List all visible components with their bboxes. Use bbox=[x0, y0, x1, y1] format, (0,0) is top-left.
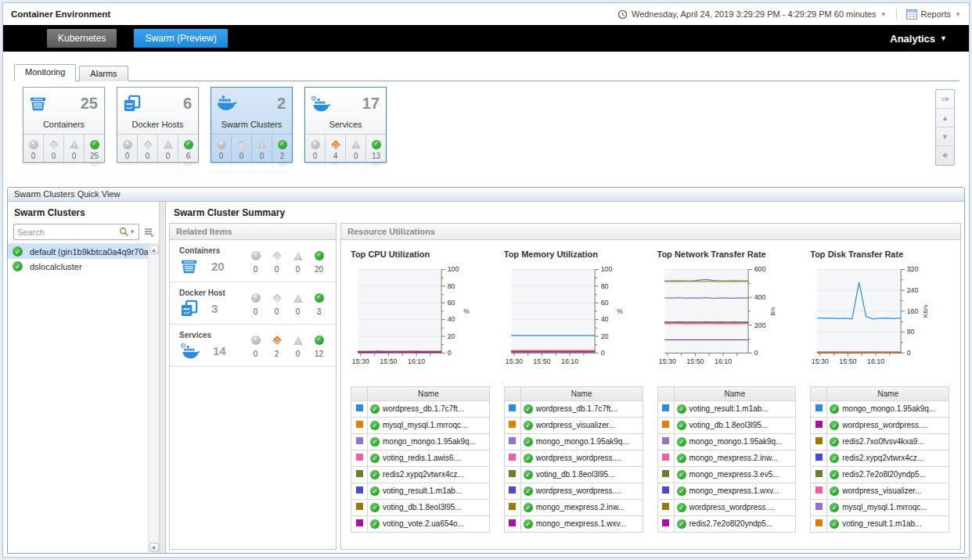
normal-status-icon: ✓ bbox=[524, 404, 533, 414]
status-count: 0 bbox=[252, 152, 272, 160]
search-input[interactable] bbox=[17, 228, 119, 237]
list-item-default-gin[interactable]: ✓default (gin1b9kbtca0a4q9r70ay bbox=[8, 244, 148, 259]
warning-status-icon: ! bbox=[293, 294, 303, 303]
tab-monitoring[interactable]: Monitoring bbox=[14, 64, 76, 81]
timerange-caret-icon[interactable]: ▼ bbox=[880, 11, 887, 18]
series-name: redis2.7xo0fvsv4kxa9... bbox=[842, 437, 924, 446]
swarm-button[interactable]: Swarm (Preview) bbox=[134, 29, 227, 48]
scroll-up-icon[interactable]: ▲ bbox=[149, 245, 159, 254]
table-row[interactable]: ✓wordpress_wordpress.... bbox=[504, 450, 643, 466]
chart-canvas[interactable]: 02040608010015:3015:5016:10% bbox=[502, 264, 646, 377]
table-row[interactable]: ✓redis2.xypq2vtwrx4cz... bbox=[811, 450, 949, 466]
kubernetes-button[interactable]: Kubernetes bbox=[47, 29, 117, 48]
reports-button[interactable]: Reports bbox=[921, 9, 952, 19]
tile-swarm-clusters[interactable]: 2Swarm Clusters✕00!0✓2✕00!0✓2 bbox=[211, 87, 293, 173]
table-row[interactable]: ✓mongo_mongo.1.95ak9q... bbox=[504, 433, 643, 450]
legend-name-cell: ✓wordpress_visualizer... bbox=[520, 417, 643, 433]
table-row[interactable]: ✓mongo_mexpress.2.inw... bbox=[657, 450, 796, 466]
table-row[interactable]: ✓voting_db.1.8eol3l95... bbox=[657, 417, 796, 433]
status-cell-warning: !0 bbox=[346, 135, 366, 162]
tile-status-footer: ✕00!0✓6 bbox=[117, 134, 198, 162]
tiles-row: 25Containers✕00!0✓25✕00!0✓256Docker Host… bbox=[3, 81, 969, 185]
tile-count: 6 bbox=[183, 95, 192, 113]
table-row[interactable]: ✓wordpress_visualizer... bbox=[504, 417, 643, 433]
table-row[interactable]: ✓wordpress_wordpress.... bbox=[657, 499, 796, 515]
analytics-menu[interactable]: Analytics ▼ bbox=[890, 33, 947, 45]
series-color-swatch bbox=[509, 519, 516, 526]
table-row[interactable]: ✓voting_db.1.8eol3l95... bbox=[504, 466, 643, 483]
legend-table: Name✓mongo_mongo.1.95ak9q...✓wordpress_w… bbox=[810, 386, 949, 533]
table-row[interactable]: ✓voting_result.1.m1ab... bbox=[351, 483, 490, 499]
status-count: 25 bbox=[85, 152, 104, 160]
tab-strip: Monitoring Alarms bbox=[14, 63, 959, 81]
table-row[interactable]: ✓redis2.7xo0fvsv4kxa9... bbox=[811, 433, 949, 450]
legend-name-cell: ✓voting_result.1.m1ab... bbox=[827, 515, 949, 532]
timerange-selector[interactable]: Wednesday, April 24, 2019 3:29:29 PM - 4… bbox=[632, 9, 877, 19]
series-name: mongo_mongo.1.95ak9q... bbox=[383, 437, 476, 446]
table-row[interactable]: ✓redis2.xypq2vtwrx4cz... bbox=[351, 466, 490, 483]
status-cell-critical: 2 bbox=[266, 333, 287, 358]
table-row[interactable]: ✓voting_redis.1.awis6... bbox=[351, 450, 490, 466]
warning-status-icon: ! bbox=[351, 163, 361, 167]
table-row[interactable]: ✓mongo_mongo.1.95ak9q... bbox=[811, 400, 949, 417]
list-options-icon[interactable] bbox=[144, 228, 155, 237]
status-count: 0 bbox=[266, 307, 287, 316]
status-cell-normal: ✓2 bbox=[273, 163, 293, 172]
tile-services[interactable]: ⚙17Services✕04!0✓13✕04!0✓13 bbox=[304, 87, 387, 173]
tile-docker-hosts[interactable]: 6Docker Hosts✕00!0✓6✕00!0✓6 bbox=[117, 87, 199, 173]
scroll-down-icon[interactable]: ▼ bbox=[936, 127, 954, 146]
table-row[interactable]: ✓mongo_mexpress.3.ev5... bbox=[657, 466, 796, 483]
reports-caret-icon[interactable]: ▼ bbox=[955, 11, 961, 18]
sort-icon[interactable]: ❖ bbox=[936, 146, 954, 165]
table-row[interactable]: ✓wordpress_wordpress.... bbox=[504, 483, 643, 499]
fatal-status-icon: ✕ bbox=[123, 140, 132, 149]
table-row[interactable]: ✓redis2.7e2o8l20yndp5... bbox=[811, 466, 949, 483]
search-icon[interactable] bbox=[119, 227, 129, 237]
legend-name-cell: ✓wordpress_wordpress.... bbox=[520, 483, 643, 499]
chart-canvas[interactable]: 020040060015:3015:5016:10B/s bbox=[656, 264, 800, 377]
normal-status-icon: ✓ bbox=[677, 503, 686, 512]
table-row[interactable]: ✓mongo_mexpress.1.wxv... bbox=[657, 483, 796, 499]
scroll-down-icon[interactable]: ▼ bbox=[149, 543, 159, 552]
normal-status-icon: ✓ bbox=[677, 486, 686, 496]
table-row[interactable]: ✓mongo_mongo.1.95ak9q... bbox=[657, 433, 796, 450]
table-row[interactable]: ✓voting_result.1.m1ab... bbox=[811, 515, 949, 532]
legend-swatch-cell bbox=[657, 433, 674, 450]
table-row[interactable]: ✓mysql_mysql.1.mrroqc... bbox=[811, 499, 949, 515]
tile-containers[interactable]: 25Containers✕00!0✓25✕00!0✓25 bbox=[23, 87, 105, 173]
analytics-caret-icon: ▼ bbox=[940, 34, 947, 42]
table-row[interactable]: ✓voting_vote.2.ua654o... bbox=[351, 515, 490, 532]
table-row[interactable]: ✓wordpress_wordpress.... bbox=[811, 417, 949, 433]
series-name: wordpress_visualizer... bbox=[842, 486, 921, 495]
tab-alarms[interactable]: Alarms bbox=[79, 66, 128, 81]
table-row[interactable]: ✓mongo_mexpress.1.wxv... bbox=[504, 515, 643, 532]
list-item-dslocalclust[interactable]: ✓dslocalcluster bbox=[8, 259, 148, 274]
clusters-scrollbar[interactable]: ▲ ▼ bbox=[148, 244, 159, 553]
status-cell-fatal: ✕0 bbox=[304, 163, 326, 172]
chart-canvas[interactable]: 02040608010015:3015:5016:10% bbox=[349, 264, 493, 377]
series-color-swatch bbox=[662, 437, 669, 444]
chart-canvas[interactable]: 08016024032015:3015:5016:10KB/s bbox=[808, 264, 952, 377]
table-row[interactable]: ✓mongo_mongo.1.95ak9q... bbox=[351, 433, 490, 450]
menu-icon[interactable]: ≡▾ bbox=[936, 90, 954, 109]
panel-splitter[interactable] bbox=[159, 202, 166, 553]
warning-status-icon: ! bbox=[164, 140, 173, 149]
table-row[interactable]: ✓wordpress_db.1.7c7ft... bbox=[351, 400, 490, 417]
svg-text:15:30: 15:30 bbox=[505, 357, 522, 365]
scroll-up-icon[interactable]: ▲ bbox=[936, 109, 954, 127]
legend-swatch-cell bbox=[811, 433, 827, 450]
warning-status-icon: ! bbox=[70, 163, 79, 167]
tile-box: 2Swarm Clusters✕00!0✓2 bbox=[211, 87, 293, 163]
table-row[interactable]: ✓voting_db.1.8eol3l95... bbox=[351, 499, 490, 515]
svg-text:0: 0 bbox=[600, 349, 604, 357]
status-cell-critical: 0 bbox=[44, 135, 64, 162]
table-row[interactable]: ✓redis2.7e2o8l20yndp5... bbox=[657, 515, 796, 532]
status-count: 0 bbox=[266, 265, 287, 274]
table-row[interactable]: ✓wordpress_db.1.7c7ft... bbox=[504, 400, 643, 417]
table-row[interactable]: ✓mongo_mexpress.2.inw... bbox=[504, 499, 643, 515]
table-row[interactable]: ✓wordpress_visualizer... bbox=[811, 483, 949, 499]
table-row[interactable]: ✓mysql_mysql.1.mrroqc... bbox=[351, 417, 490, 433]
table-row[interactable]: ✓voting_result.1.m1ab... bbox=[657, 400, 796, 417]
search-options-caret-icon[interactable]: ▼ bbox=[129, 228, 135, 235]
svg-text:100: 100 bbox=[600, 265, 612, 273]
